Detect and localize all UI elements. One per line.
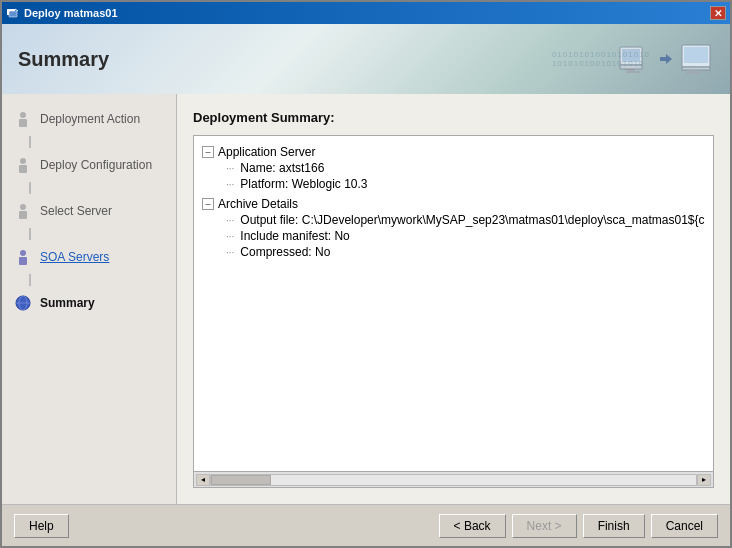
scroll-right-button[interactable]: ▸ (697, 474, 711, 486)
main-window: Deploy matmas01 ✕ Summary 01010101001010… (0, 0, 732, 548)
svg-rect-4 (622, 49, 640, 62)
step-figure-2 (19, 158, 27, 173)
cancel-button[interactable]: Cancel (651, 514, 718, 538)
connector-line-3 (29, 228, 31, 240)
tree-dash-2: ··· (226, 179, 234, 190)
tree-label-manifest: Include manifest: No (240, 229, 349, 243)
step-figure (19, 112, 27, 127)
tree-item-compressed: ··· Compressed: No (202, 244, 705, 260)
tree-label-output: Output file: C:\JDeveloper\mywork\MySAP_… (240, 213, 704, 227)
main-content: Deployment Action Deploy Configuration (2, 94, 730, 504)
deploy-target-icon (678, 43, 714, 75)
arrow-right-icon (658, 51, 674, 67)
sidebar-label-soa-servers[interactable]: SOA Servers (40, 250, 109, 264)
sidebar-item-select-server: Select Server (2, 194, 176, 228)
current-step-icon (14, 294, 32, 312)
summary-box: – Application Server ··· Name: axtst166 … (193, 135, 714, 488)
connector-line-2 (29, 182, 31, 194)
tree-label-platform: Platform: Weblogic 10.3 (240, 177, 367, 191)
connector-line (29, 136, 31, 148)
title-bar-text: Deploy matmas01 (6, 6, 118, 20)
step-figure-4 (19, 250, 27, 265)
connector-4 (2, 274, 176, 286)
step-icon-deploy-configuration (14, 156, 32, 174)
content-panel: Deployment Summary: – Application Server… (177, 94, 730, 504)
sidebar-label-summary: Summary (40, 296, 95, 310)
connector-3 (2, 228, 176, 240)
svg-rect-5 (620, 65, 642, 69)
server-graphic-icon (618, 43, 654, 75)
help-button[interactable]: Help (14, 514, 69, 538)
step-icon-select-server (14, 202, 32, 220)
svg-rect-12 (690, 70, 698, 72)
sidebar-item-soa-servers[interactable]: SOA Servers (2, 240, 176, 274)
svg-rect-1 (9, 11, 17, 17)
header-graphic: 01010101001010101010101010010101010 (618, 43, 714, 75)
tree-dash-4: ··· (226, 231, 234, 242)
tree-item-archive: – Archive Details (202, 196, 705, 212)
svg-rect-11 (682, 67, 710, 70)
svg-rect-13 (686, 72, 700, 74)
step-icon-soa-servers (14, 248, 32, 266)
title-bar-icon (6, 6, 20, 20)
step-head-4 (20, 250, 26, 256)
connector-1 (2, 136, 176, 148)
sidebar: Deployment Action Deploy Configuration (2, 94, 177, 504)
scrollbar-thumb[interactable] (211, 475, 271, 485)
header-banner: Summary 01010101001010101010101010010101… (2, 24, 730, 94)
step-head-2 (20, 158, 26, 164)
horizontal-scrollbar: ◂ ▸ (194, 471, 713, 487)
next-button[interactable]: Next > (512, 514, 577, 538)
svg-line-2 (15, 9, 18, 11)
tree-label-name: Name: axtst166 (240, 161, 324, 175)
tree-toggle-app-server[interactable]: – (202, 146, 214, 158)
back-button[interactable]: < Back (439, 514, 506, 538)
finish-button[interactable]: Finish (583, 514, 645, 538)
tree-label-archive: Archive Details (218, 197, 298, 211)
tree-item-platform: ··· Platform: Weblogic 10.3 (202, 176, 705, 192)
step-body-2 (19, 165, 27, 173)
tree-dash-5: ··· (226, 247, 234, 258)
tree-label-compressed: Compressed: No (240, 245, 330, 259)
step-head-3 (20, 204, 26, 210)
step-figure-3 (19, 204, 27, 219)
tree-toggle-archive[interactable]: – (202, 198, 214, 210)
tree-label-app-server: Application Server (218, 145, 315, 159)
scrollbar-track[interactable] (210, 474, 697, 486)
sidebar-item-deployment-action: Deployment Action (2, 102, 176, 136)
content-title: Deployment Summary: (193, 110, 714, 125)
close-button[interactable]: ✕ (710, 6, 726, 20)
footer-left: Help (14, 514, 69, 538)
header-title: Summary (18, 48, 109, 71)
tree-item-app-server: – Application Server (202, 144, 705, 160)
tree-item-name: ··· Name: axtst166 (202, 160, 705, 176)
step-body-3 (19, 211, 27, 219)
tree-dash-3: ··· (226, 215, 234, 226)
tree-item-output: ··· Output file: C:\JDeveloper\mywork\My… (202, 212, 705, 228)
sidebar-item-summary: Summary (2, 286, 176, 320)
connector-2 (2, 182, 176, 194)
tree-item-manifest: ··· Include manifest: No (202, 228, 705, 244)
connector-line-4 (29, 274, 31, 286)
step-body (19, 119, 27, 127)
footer: Help < Back Next > Finish Cancel (2, 504, 730, 546)
svg-rect-7 (624, 69, 634, 70)
window-title: Deploy matmas01 (24, 7, 118, 19)
svg-rect-8 (626, 71, 640, 73)
tree-dash-1: ··· (226, 163, 234, 174)
step-body-4 (19, 257, 27, 265)
sidebar-label-deployment-action: Deployment Action (40, 112, 140, 126)
summary-inner: – Application Server ··· Name: axtst166 … (194, 136, 713, 471)
footer-right: < Back Next > Finish Cancel (439, 514, 718, 538)
sidebar-label-deploy-configuration: Deploy Configuration (40, 158, 152, 172)
step-head (20, 112, 26, 118)
step-icon-deployment-action (14, 110, 32, 128)
sidebar-item-deploy-configuration: Deploy Configuration (2, 148, 176, 182)
sidebar-label-select-server: Select Server (40, 204, 112, 218)
scroll-left-button[interactable]: ◂ (196, 474, 210, 486)
svg-rect-10 (684, 47, 708, 63)
step-icon-summary (14, 294, 32, 312)
title-bar: Deploy matmas01 ✕ (2, 2, 730, 24)
